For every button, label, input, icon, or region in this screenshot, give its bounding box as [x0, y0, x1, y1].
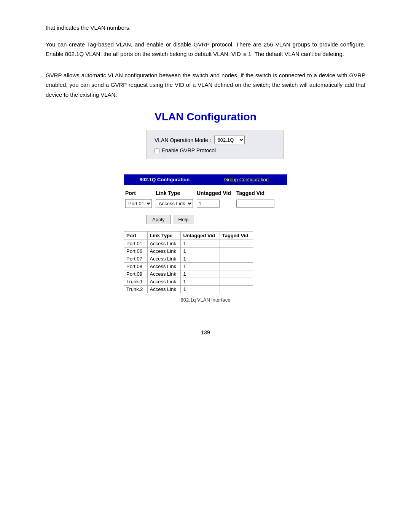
vlan-mode-row: VLAN Operation Mode : 802.1Q [155, 136, 276, 144]
link-type-select[interactable]: Access Link [156, 199, 193, 208]
table-row: Port.01Access Link1 [124, 240, 253, 248]
vlan-mode-label: VLAN Operation Mode : [155, 137, 211, 143]
table-row: Port.08Access Link1 [124, 263, 253, 270]
paragraph-1: that indicates the VLAN numbers. [46, 23, 365, 33]
help-button[interactable]: Help [173, 215, 194, 224]
col-untagged-vid-header: Untagged Vid [195, 189, 235, 198]
port-select[interactable]: Port.01 [125, 199, 152, 208]
dot1q-config-section: 802.1Q Configuration Group Configuration… [124, 174, 287, 293]
tagged-vid-input[interactable] [236, 200, 274, 208]
port-config-row: Port.01 Access Link [124, 198, 277, 209]
untagged-vid-input[interactable] [197, 200, 220, 208]
port-table-col-port: Port [124, 232, 148, 240]
port-config-table: Port Link Type Untagged Vid Tagged Vid P… [124, 189, 277, 209]
tab-dot1q[interactable]: 802.1Q Configuration [124, 174, 206, 185]
table-row: Port.06Access Link1 [124, 248, 253, 255]
vlan-config-box: VLAN Operation Mode : 802.1Q Enable GVRP… [147, 130, 284, 159]
paragraph-2: You can create Tag-based VLAN, and enabl… [46, 40, 365, 59]
gvrp-label: Enable GVRP Protocol [162, 147, 216, 153]
col-port-header: Port [124, 189, 154, 198]
tab-group-config[interactable]: Group Configuration [206, 174, 287, 185]
table-caption: 802.1q VLAN interface [181, 297, 231, 303]
gvrp-checkbox[interactable] [155, 148, 159, 153]
apply-button[interactable]: Apply [147, 215, 170, 224]
table-row: Trunk.1Access Link1 [124, 278, 253, 286]
page-number: 139 [46, 329, 365, 335]
table-row: Port.07Access Link1 [124, 255, 253, 263]
table-row: Port.09Access Link1 [124, 270, 253, 278]
col-tagged-vid-header: Tagged Vid [235, 189, 277, 198]
tab-bar: 802.1Q Configuration Group Configuration [124, 174, 287, 185]
page-title: VLAN Configuration [155, 111, 256, 123]
port-table-col-tagged-vid: Tagged Vid [220, 232, 253, 240]
paragraph-3: GVRP allows automatic VLAN configuration… [46, 70, 365, 100]
port-table: Port Link Type Untagged Vid Tagged Vid P… [124, 231, 253, 293]
port-table-col-untagged-vid: Untagged Vid [181, 232, 220, 240]
col-link-type-header: Link Type [154, 189, 195, 198]
gvrp-row: Enable GVRP Protocol [155, 147, 276, 153]
table-row: Trunk.2Access Link1 [124, 286, 253, 293]
port-table-col-link-type: Link Type [147, 232, 181, 240]
vlan-mode-select[interactable]: 802.1Q [214, 136, 245, 144]
button-row: Apply Help [147, 215, 287, 224]
